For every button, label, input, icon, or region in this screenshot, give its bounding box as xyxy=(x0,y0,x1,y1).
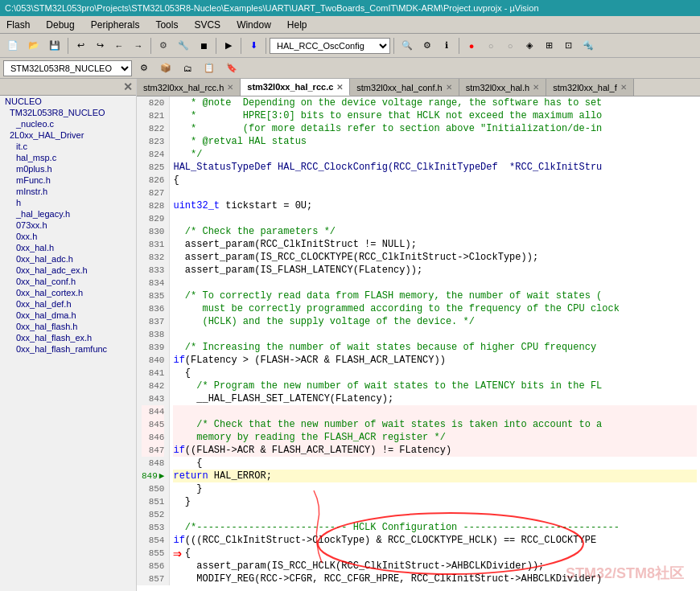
sidebar-item-0xx[interactable]: 0xx.h xyxy=(0,231,136,242)
sidebar-item-hal-legacy[interactable]: _hal_legacy.h xyxy=(0,208,136,220)
tb-redo[interactable]: ↪ xyxy=(91,36,109,55)
sidebar-item-mfunc[interactable]: mFunc.h xyxy=(0,174,136,186)
ln-826: 826 xyxy=(142,174,164,187)
tb-undo[interactable]: ↩ xyxy=(72,36,89,55)
tab-close-rcc-h[interactable]: ✕ xyxy=(227,83,233,92)
sidebar-item-nucleo[interactable]: NUCLEO xyxy=(0,96,136,107)
code-area: stm32l0xx_hal_rcc.h ✕ stm32l0xx_hal_rcc.… xyxy=(137,79,700,591)
code-line-821: * HPRE[3:0] bits to ensure that HCLK not… xyxy=(173,109,697,122)
sidebar-item-hal-cortex[interactable]: 0xx_hal_cortex.h xyxy=(0,287,136,298)
tab-close-hal-h[interactable]: ✕ xyxy=(533,83,539,92)
sidebar-item-hal-driver[interactable]: 2L0xx_HAL_Driver xyxy=(0,129,136,141)
code-line-850: } xyxy=(173,482,697,495)
sidebar-item-hal-msp[interactable]: hal_msp.c xyxy=(0,152,136,163)
tb-more2[interactable]: ⊞ xyxy=(540,36,558,55)
code-line-840: if(FLatency > (FLASH->ACR & FLASH_ACR_LA… xyxy=(173,354,697,367)
ln-828: 828 xyxy=(142,199,164,212)
tb-circle2[interactable]: ○ xyxy=(501,36,519,55)
tb-info[interactable]: ℹ xyxy=(438,36,455,55)
tab-hal-h[interactable]: stm32l0xx_hal.h ✕ xyxy=(459,79,547,96)
sidebar-item-hal-flash-ex[interactable]: 0xx_hal_flash_ex.h xyxy=(0,332,136,343)
tb-more3[interactable]: ⊡ xyxy=(559,36,577,55)
target-dropdown[interactable]: STM32L053R8_NUCLEO xyxy=(3,60,132,76)
menu-peripherals[interactable]: Peripherals xyxy=(88,18,143,31)
code-content: 820 821 822 823 824 825 826 827 828 829 … xyxy=(137,96,700,585)
code-line-835: /* To correctly read data from FLASH mem… xyxy=(173,289,697,302)
ln-857: 857 xyxy=(142,573,164,585)
tb-back[interactable]: ← xyxy=(110,36,128,55)
tab-close-hal-f[interactable]: ✕ xyxy=(620,83,627,92)
code-line-824: */ xyxy=(173,148,697,161)
tb-settings[interactable]: ⚙ xyxy=(418,36,436,55)
sidebar-item-minstr[interactable]: mInstr.h xyxy=(0,186,136,197)
sidebar-item-nucleo-c[interactable]: _nucleo.c xyxy=(0,118,136,129)
sidebar-item-hal-adc[interactable]: 0xx_hal_adc.h xyxy=(0,253,136,265)
ln-836: 836 xyxy=(142,302,164,315)
code-line-828: uint32_t tickstart = 0U; xyxy=(173,199,697,212)
menu-tools[interactable]: Tools xyxy=(152,18,181,31)
tb2-btn2[interactable]: 📦 xyxy=(156,59,175,78)
tb-new[interactable]: 📄 xyxy=(3,36,23,55)
ln-848: 848 xyxy=(142,457,164,470)
code-line-836: must be correctly programmed according t… xyxy=(173,302,697,315)
menu-debug[interactable]: Debug xyxy=(43,18,77,31)
sidebar-header: ✕ xyxy=(0,79,136,96)
tb-forward[interactable]: → xyxy=(130,36,147,55)
ln-829: 829 xyxy=(142,212,164,225)
code-line-832: assert_param(IS_RCC_CLOCKTYPE(RCC_ClkIni… xyxy=(173,251,697,264)
sidebar-item-h[interactable]: h xyxy=(0,197,136,208)
sidebar-item-hal-dma[interactable]: 0xx_hal_dma.h xyxy=(0,310,136,321)
tb-wrench[interactable]: 🔩 xyxy=(579,36,598,55)
tb2-btn1[interactable]: ⚙ xyxy=(135,59,153,78)
menu-help[interactable]: Help xyxy=(284,18,311,31)
sidebar-item-073xx[interactable]: 073xx.h xyxy=(0,220,136,231)
menu-flash[interactable]: Flash xyxy=(3,18,33,31)
tab-close-conf-h[interactable]: ✕ xyxy=(446,83,452,92)
tb-flash-download[interactable]: ⬇ xyxy=(245,36,262,55)
code-line-825: HAL_StatusTypeDef HAL_RCC_ClockConfig(RC… xyxy=(173,161,697,174)
ln-837: 837 xyxy=(142,315,164,328)
ln-850: 850 xyxy=(142,482,164,495)
sidebar-item-hal-adc-ex[interactable]: 0xx_hal_adc_ex.h xyxy=(0,265,136,276)
tab-close-rcc-c[interactable]: ✕ xyxy=(336,83,343,92)
sidebar-item-m0plus[interactable]: m0plus.h xyxy=(0,163,136,174)
sidebar-item-0xx-hal[interactable]: 0xx_hal.h xyxy=(0,242,136,253)
tb-build[interactable]: ⚙ xyxy=(154,36,172,55)
code-editor[interactable]: 820 821 822 823 824 825 826 827 828 829 … xyxy=(137,96,700,591)
toolbar: 📄 📂 💾 ↩ ↪ ← → ⚙ 🔧 ⏹ ▶ ⬇ HAL_RCC_OscConfi… xyxy=(0,34,700,58)
tb2-btn3[interactable]: 🗂 xyxy=(179,59,196,78)
sidebar-item-hal-conf[interactable]: 0xx_hal_conf.h xyxy=(0,276,136,287)
tb-open[interactable]: 📂 xyxy=(24,36,43,55)
tb2-btn4[interactable]: 📋 xyxy=(200,59,219,78)
tb-more1[interactable]: ◈ xyxy=(521,36,538,55)
code-line-851: } xyxy=(173,495,697,508)
tab-rcc-c[interactable]: stm32l0xx_hal_rcc.c ✕ xyxy=(241,79,350,96)
tab-conf-h[interactable]: stm32l0xx_hal_conf.h ✕ xyxy=(350,79,459,96)
sidebar-item-hal-flash-ram[interactable]: 0xx_hal_flash_ramfunc xyxy=(0,343,136,355)
tb-circle1[interactable]: ○ xyxy=(482,36,500,55)
tb-search[interactable]: 🔍 xyxy=(397,36,417,55)
tb-debug[interactable]: ▶ xyxy=(220,36,237,55)
ln-834: 834 xyxy=(142,277,164,289)
sidebar-item-it[interactable]: it.c xyxy=(0,141,136,152)
sidebar-item-hal-flash[interactable]: 0xx_hal_flash.h xyxy=(0,321,136,332)
sep2 xyxy=(150,38,151,54)
main-area: ✕ NUCLEO TM32L053R8_NUCLEO _nucleo.c 2L0… xyxy=(0,79,700,591)
sidebar-close-btn[interactable]: ✕ xyxy=(123,80,133,93)
tb-red-circle[interactable]: ● xyxy=(463,36,480,55)
menu-window[interactable]: Window xyxy=(233,18,274,31)
code-line-837: (HCLK) and the supply voltage of the dev… xyxy=(173,315,697,328)
code-line-826: { xyxy=(173,174,697,187)
tb-rebuild[interactable]: 🔧 xyxy=(174,36,193,55)
tb2-btn5[interactable]: 🔖 xyxy=(222,59,241,78)
tab-rcc-h[interactable]: stm32l0xx_hal_rcc.h ✕ xyxy=(137,79,241,96)
sidebar-item-hal-def[interactable]: 0xx_hal_def.h xyxy=(0,298,136,310)
tb-stop[interactable]: ⏹ xyxy=(195,36,212,55)
code-line-823: * @retval HAL status xyxy=(173,135,697,148)
tab-hal-f[interactable]: stm32l0xx_hal_f ✕ xyxy=(546,79,634,96)
sidebar-item-stm32[interactable]: TM32L053R8_NUCLEO xyxy=(0,107,136,118)
tb-save[interactable]: 💾 xyxy=(45,36,64,55)
menu-svcs[interactable]: SVCS xyxy=(191,18,224,31)
code-line-829 xyxy=(173,212,697,225)
function-dropdown[interactable]: HAL_RCC_OscConfig xyxy=(270,38,390,54)
